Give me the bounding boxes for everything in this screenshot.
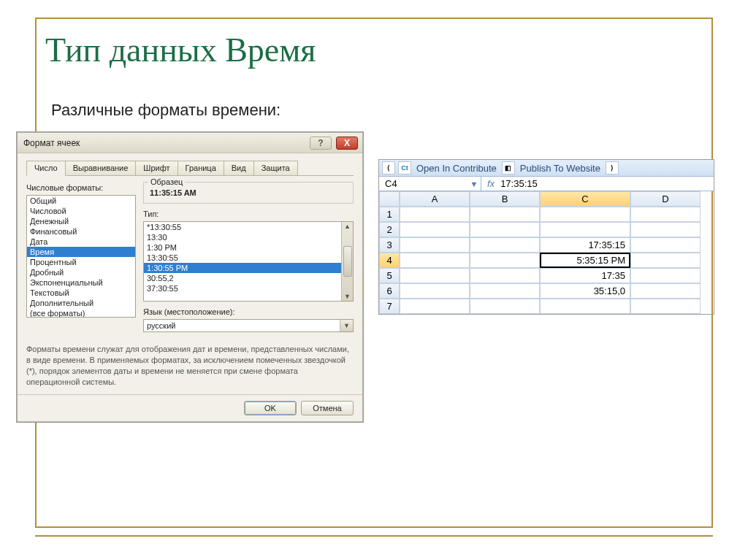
cell[interactable]	[400, 237, 470, 253]
type-item[interactable]: 13:30	[144, 232, 341, 242]
tab-число[interactable]: Число	[26, 161, 66, 176]
scroll-up-icon[interactable]: ▲	[344, 223, 351, 230]
format-item[interactable]: Текстовый	[27, 288, 135, 298]
name-box-value: C4	[385, 178, 397, 189]
next-icon[interactable]: ⟩	[606, 161, 619, 174]
cell[interactable]	[470, 283, 540, 299]
row-header[interactable]: 6	[379, 283, 400, 299]
scroll-down-icon[interactable]: ▼	[344, 293, 351, 300]
format-item[interactable]: Денежный	[27, 216, 135, 226]
format-description: Форматы времени служат для отображения д…	[26, 344, 354, 387]
cell[interactable]	[400, 253, 470, 268]
cell[interactable]	[540, 207, 630, 222]
format-item[interactable]: Процентный	[27, 257, 135, 267]
cell[interactable]	[630, 283, 701, 299]
cell[interactable]	[630, 299, 701, 314]
format-item[interactable]: (все форматы)	[27, 308, 135, 318]
cell[interactable]	[630, 222, 701, 237]
close-button[interactable]: X	[336, 137, 358, 150]
select-all-cell[interactable]	[379, 191, 400, 207]
type-item[interactable]: 37:30:55	[144, 283, 341, 294]
format-item[interactable]: Дата	[27, 237, 135, 247]
cell[interactable]: 17:35	[540, 268, 630, 283]
publish-website-link[interactable]: Publish To Website	[518, 163, 603, 174]
lang-combo[interactable]: русский ▼	[143, 319, 354, 332]
sample-box: Образец 11:35:15 AM	[143, 182, 354, 204]
format-item[interactable]: Дополнительный	[27, 298, 135, 308]
format-item[interactable]: Время	[27, 247, 135, 257]
row-header[interactable]: 3	[379, 237, 400, 253]
cell[interactable]	[630, 237, 701, 253]
cell[interactable]: 17:35:15	[540, 237, 630, 253]
format-item[interactable]: Дробный	[27, 267, 135, 277]
type-item[interactable]: 1:30:55 PM	[144, 263, 341, 273]
cell[interactable]	[400, 207, 470, 222]
ok-button[interactable]: OK	[244, 401, 297, 415]
type-item[interactable]: 1:30 PM	[144, 242, 341, 253]
cell[interactable]	[630, 253, 701, 268]
chevron-down-icon[interactable]: ▼	[340, 320, 353, 331]
tab-шрифт[interactable]: Шрифт	[135, 161, 178, 175]
cell[interactable]	[400, 222, 470, 237]
publish-icon[interactable]: ◧	[502, 161, 515, 174]
row-header[interactable]: 5	[379, 268, 400, 283]
cell[interactable]: 5:35:15 PM	[540, 253, 630, 268]
fx-icon[interactable]: fx	[487, 178, 495, 189]
cell[interactable]	[400, 283, 470, 299]
formula-value[interactable]: 17:35:15	[500, 178, 538, 189]
tab-защита[interactable]: Защита	[253, 161, 298, 175]
column-header[interactable]: D	[630, 191, 701, 207]
cell[interactable]	[540, 299, 630, 314]
format-item[interactable]: Числовой	[27, 206, 135, 216]
chevron-down-icon[interactable]: ▼	[468, 180, 481, 188]
slide-title: Тип данных Время	[45, 31, 316, 69]
cell[interactable]	[630, 207, 701, 222]
cell[interactable]	[470, 268, 540, 283]
column-header[interactable]: B	[470, 191, 540, 207]
dialog-title: Формат ячеек	[23, 138, 310, 148]
row-header[interactable]: 2	[379, 222, 400, 237]
format-item[interactable]: Финансовый	[27, 226, 135, 237]
type-item[interactable]: *13:30:55	[144, 222, 341, 232]
scrollbar[interactable]: ▲ ▼	[341, 222, 353, 301]
lang-label: Язык (местоположение):	[143, 307, 354, 316]
formats-listbox[interactable]: ОбщийЧисловойДенежныйФинансовыйДатаВремя…	[26, 195, 136, 318]
cell[interactable]: 35:15,0	[540, 283, 630, 299]
cancel-button[interactable]: Отмена	[301, 401, 354, 415]
contribute-icon[interactable]: Ct	[398, 161, 411, 174]
row-header[interactable]: 1	[379, 207, 400, 222]
column-header[interactable]: C	[540, 191, 630, 207]
sample-value: 11:35:15 AM	[150, 188, 347, 197]
cell[interactable]	[540, 222, 630, 237]
format-item[interactable]: Общий	[27, 196, 135, 206]
tab-вид[interactable]: Вид	[224, 161, 254, 175]
tab-граница[interactable]: Граница	[178, 161, 224, 175]
tab-выравнивание[interactable]: Выравнивание	[65, 161, 137, 175]
name-box[interactable]: C4 ▼	[379, 177, 481, 191]
lang-value: русский	[144, 320, 340, 331]
cell[interactable]	[400, 299, 470, 314]
scroll-thumb[interactable]	[343, 246, 352, 277]
cell[interactable]	[470, 253, 540, 268]
cell[interactable]	[470, 222, 540, 237]
prev-icon[interactable]: ⟨	[382, 161, 395, 174]
open-contribute-link[interactable]: Open In Contribute	[414, 163, 499, 174]
cell[interactable]	[470, 299, 540, 314]
help-button[interactable]: ?	[310, 137, 332, 150]
dialog-titlebar[interactable]: Формат ячеек ? X	[18, 133, 362, 153]
row-header[interactable]: 7	[379, 299, 400, 314]
sample-label: Образец	[148, 177, 185, 186]
spreadsheet-grid[interactable]: ABCD12317:35:1545:35:15 PM517:35635:15,0…	[379, 191, 714, 314]
type-item[interactable]: 30:55,2	[144, 273, 341, 283]
type-item[interactable]: 13:30:55	[144, 253, 341, 263]
type-label: Тип:	[143, 210, 354, 218]
type-listbox[interactable]: *13:30:5513:301:30 PM13:30:551:30:55 PM3…	[143, 221, 354, 302]
cell[interactable]	[470, 237, 540, 253]
row-header[interactable]: 4	[379, 253, 400, 268]
cell[interactable]	[470, 207, 540, 222]
column-header[interactable]: A	[400, 191, 470, 207]
cell[interactable]	[630, 268, 701, 283]
format-item[interactable]: Экспоненциальный	[27, 277, 135, 288]
cell[interactable]	[400, 268, 470, 283]
format-cells-dialog: Формат ячеек ? X ЧислоВыравниваниеШрифтГ…	[16, 131, 364, 423]
